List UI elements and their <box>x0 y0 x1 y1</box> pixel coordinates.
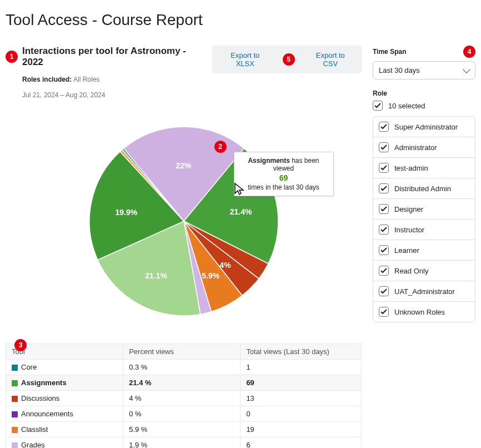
role-label: Role <box>373 89 387 97</box>
color-swatch <box>12 411 18 417</box>
checkbox-icon[interactable] <box>379 163 389 173</box>
checkbox-icon[interactable] <box>379 286 389 296</box>
percent-views: 4 % <box>123 391 240 406</box>
role-name: UAT_Administrator <box>394 287 455 296</box>
role-item[interactable]: Super Administrator <box>373 117 475 137</box>
tool-name: Discussions <box>21 394 59 402</box>
roles-included-label: Roles included: <box>22 76 72 83</box>
color-swatch <box>12 380 18 386</box>
pie-chart[interactable]: 22%21.4%4%5.9%21.1%19.9% 2 Assignments h… <box>67 121 300 327</box>
role-item[interactable]: test-admin <box>373 158 475 178</box>
checkbox-icon[interactable] <box>373 101 383 111</box>
tool-name: Grades <box>21 441 45 448</box>
total-views: 0 <box>240 406 362 422</box>
percent-views: 21.4 % <box>123 375 240 391</box>
role-name: Learner <box>394 246 419 255</box>
col-percent[interactable]: Percent views <box>123 344 240 360</box>
roles-included-value: All Roles <box>73 76 99 83</box>
checkbox-icon[interactable] <box>379 225 389 235</box>
total-views: 6 <box>240 437 362 449</box>
role-summary[interactable]: 10 selected <box>373 101 475 111</box>
table-row[interactable]: Assignments21.4 %69 <box>6 375 362 391</box>
tooltip-tail: times in the last 30 days <box>248 183 319 191</box>
percent-views: 5.9 % <box>123 422 240 437</box>
role-summary-text: 10 selected <box>388 102 425 110</box>
chart-tooltip: Assignments has been viewed 69 times in … <box>234 152 334 196</box>
role-item[interactable]: UAT_Administrator <box>373 281 475 302</box>
table-row[interactable]: Grades1.9 %6 <box>6 437 362 449</box>
role-name: Unknown Roles <box>394 308 445 316</box>
percent-views: 0.3 % <box>123 360 240 375</box>
role-name: Distributed Admin <box>394 185 451 193</box>
time-span-value: Last 30 days <box>379 66 420 74</box>
export-xlsx-button[interactable]: Export to XLSX <box>213 47 277 72</box>
report-title: Interactions per tool for Astronomy - 20… <box>22 46 207 68</box>
cursor-icon <box>234 182 245 196</box>
role-name: Super Administrator <box>394 123 458 131</box>
time-span-select[interactable]: Last 30 days <box>373 61 475 79</box>
role-item[interactable]: Administrator <box>373 137 475 158</box>
checkbox-icon[interactable] <box>379 122 389 132</box>
total-views: 13 <box>240 391 362 406</box>
percent-views: 0 % <box>123 406 240 422</box>
checkbox-icon[interactable] <box>379 142 389 152</box>
table-row[interactable]: Classlist5.9 %19 <box>6 422 362 437</box>
role-name: Administrator <box>394 143 437 152</box>
date-range: Jul 21, 2024 – Aug 20, 2024 <box>22 91 207 99</box>
color-swatch <box>12 427 18 433</box>
tool-name: Announcements <box>21 410 73 418</box>
role-item[interactable]: Learner <box>373 240 475 261</box>
table-row[interactable]: Discussions4 %13 <box>6 391 362 406</box>
color-swatch <box>12 396 18 402</box>
tool-table: Tool Percent views Total views (Last 30 … <box>6 344 362 448</box>
checkbox-icon[interactable] <box>379 266 389 276</box>
page-title: Tool Access - Course Report <box>6 11 475 29</box>
role-name: Designer <box>394 205 423 213</box>
annotation-4: 4 <box>463 46 475 58</box>
role-item[interactable]: Unknown Roles <box>373 302 475 322</box>
role-name: Instructor <box>394 226 424 234</box>
annotation-1: 1 <box>6 51 18 63</box>
chevron-down-icon <box>463 65 470 73</box>
color-swatch <box>12 365 18 371</box>
annotation-2: 2 <box>214 141 227 153</box>
time-span-label: Time Span <box>373 48 406 56</box>
role-name: Read Only <box>394 267 428 275</box>
total-views: 1 <box>240 360 362 375</box>
export-csv-button[interactable]: Export to CSV <box>300 47 360 72</box>
role-item[interactable]: Distributed Admin <box>373 178 475 199</box>
role-list: Super AdministratorAdministratortest-adm… <box>373 116 475 322</box>
role-item[interactable]: Designer <box>373 199 475 220</box>
checkbox-icon[interactable] <box>379 307 389 317</box>
tooltip-count: 69 <box>241 173 327 182</box>
role-name: test-admin <box>394 164 428 172</box>
tool-name: Assignments <box>21 379 67 387</box>
col-total[interactable]: Total views (Last 30 days) <box>240 344 362 360</box>
table-row[interactable]: Announcements0 %0 <box>6 406 362 422</box>
tooltip-name: Assignments <box>248 157 289 165</box>
tool-name: Classlist <box>21 425 48 434</box>
annotation-3: 3 <box>14 339 27 351</box>
total-views: 69 <box>240 375 362 391</box>
total-views: 19 <box>240 422 362 437</box>
checkbox-icon[interactable] <box>379 245 389 255</box>
checkbox-icon[interactable] <box>379 183 389 193</box>
checkbox-icon[interactable] <box>379 204 389 214</box>
table-row[interactable]: Core0.3 %1 <box>6 360 362 375</box>
role-item[interactable]: Instructor <box>373 220 475 240</box>
percent-views: 1.9 % <box>123 437 240 449</box>
annotation-5: 5 <box>283 53 295 66</box>
export-toolbar: Export to XLSX 5 Export to CSV <box>212 46 362 73</box>
role-item[interactable]: Read Only <box>373 261 475 281</box>
tool-name: Core <box>21 363 37 371</box>
color-swatch <box>12 442 18 448</box>
